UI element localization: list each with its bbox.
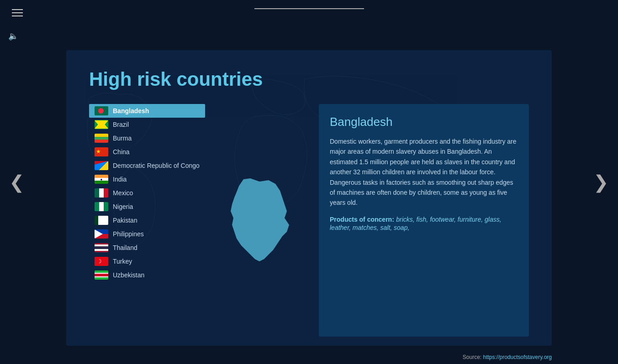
page-title: High risk countries xyxy=(89,68,529,90)
main-content: High risk countries Bangladesh Brazil Bu… xyxy=(66,50,552,346)
menu-button[interactable] xyxy=(9,5,26,21)
content-inner: High risk countries Bangladesh Brazil Bu… xyxy=(66,50,552,346)
country-name-bangladesh: Bangladesh xyxy=(113,107,149,114)
country-name-brazil: Brazil xyxy=(113,121,129,128)
country-name-burma: Burma xyxy=(113,135,132,142)
main-row: Bangladesh Brazil Burma China Democratic… xyxy=(89,104,529,337)
country-item-brazil[interactable]: Brazil xyxy=(89,118,205,131)
flag-philippines xyxy=(95,229,108,239)
country-name-turkey: Turkey xyxy=(113,258,132,265)
country-name-uzbekistan: Uzbekistan xyxy=(113,271,144,279)
country-item-uzbekistan[interactable]: Uzbekistan xyxy=(89,268,205,282)
country-item-china[interactable]: China xyxy=(89,145,205,159)
volume-button[interactable]: 🔈 xyxy=(8,31,18,41)
country-item-philippines[interactable]: Philippines xyxy=(89,227,205,241)
top-bar xyxy=(0,0,618,25)
country-detail-title: Bangladesh xyxy=(330,115,518,129)
country-name-india: India xyxy=(113,176,127,183)
source-bar: Source: https://productsofstavery.org xyxy=(463,354,552,360)
country-name-mexico: Mexico xyxy=(113,189,133,197)
products-section: Products of concern: bricks, fish, footw… xyxy=(330,215,518,232)
flag-burma xyxy=(95,134,108,143)
country-item-mexico[interactable]: Mexico xyxy=(89,186,205,200)
country-map-area xyxy=(214,104,310,337)
country-name-thailand: Thailand xyxy=(113,244,137,251)
flag-mexico xyxy=(95,188,108,198)
products-label: Products of concern: xyxy=(330,216,394,223)
country-name-philippines: Philippines xyxy=(113,230,144,238)
country-item-india[interactable]: India xyxy=(89,172,205,186)
country-list: Bangladesh Brazil Burma China Democratic… xyxy=(89,104,205,337)
flag-brazil xyxy=(95,120,108,129)
info-panel: Bangladesh Domestic workers, garment pro… xyxy=(319,104,529,337)
country-item-bangladesh[interactable]: Bangladesh xyxy=(89,104,205,118)
flag-india xyxy=(95,175,108,184)
flag-uzbekistan xyxy=(95,270,108,280)
country-item-turkey[interactable]: Turkey xyxy=(89,255,205,268)
country-item-thailand[interactable]: Thailand xyxy=(89,241,205,255)
flag-turkey xyxy=(95,257,108,266)
nav-arrow-right[interactable]: ❯ xyxy=(593,172,609,192)
source-link[interactable]: https://productsofstavery.org xyxy=(483,354,552,360)
nav-arrow-left[interactable]: ❮ xyxy=(9,172,25,192)
progress-bar xyxy=(254,8,364,9)
flag-drc xyxy=(95,161,108,170)
bangladesh-map xyxy=(225,175,298,266)
country-item-drc[interactable]: Democratic Republic of Congo xyxy=(89,159,205,172)
country-item-pakistan[interactable]: Pakistan xyxy=(89,213,205,227)
country-name-china: China xyxy=(113,148,130,156)
source-label: Source: xyxy=(463,354,481,360)
country-item-burma[interactable]: Burma xyxy=(89,131,205,145)
country-name-pakistan: Pakistan xyxy=(113,217,137,224)
country-item-nigeria[interactable]: Nigeria xyxy=(89,200,205,213)
flag-china xyxy=(95,147,108,156)
flag-thailand xyxy=(95,243,108,252)
flag-pakistan xyxy=(95,216,108,225)
flag-bangladesh xyxy=(95,106,108,115)
flag-nigeria xyxy=(95,202,108,211)
country-description: Domestic workers, garment producers and … xyxy=(330,136,518,208)
country-name-nigeria: Nigeria xyxy=(113,203,133,210)
country-name-drc: Democratic Republic of Congo xyxy=(113,162,200,169)
